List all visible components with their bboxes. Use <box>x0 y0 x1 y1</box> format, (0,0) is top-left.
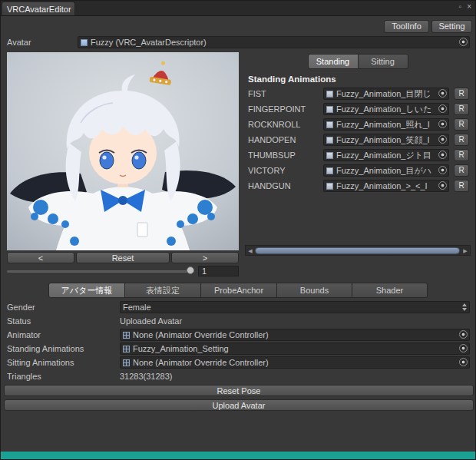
horizontal-scrollbar[interactable]: ◀ ▶ <box>245 245 471 256</box>
avatar-descriptor-icon <box>81 39 88 46</box>
dropdown-arrows-icon <box>462 303 467 311</box>
animation-slot-label: ROCKNROLL <box>248 120 300 129</box>
sitting-animations-object-field[interactable]: None (Animator Override Controller) <box>120 356 470 369</box>
animation-clip-icon <box>326 152 333 159</box>
animation-row: FIST Fuzzy_Animation_目閉じ R <box>245 87 471 102</box>
animator-object-field[interactable]: None (Animator Override Controller) <box>120 329 470 341</box>
slider-knob[interactable] <box>187 266 194 274</box>
animation-row: VICTORY Fuzzy_Animation_目がハ R <box>245 164 471 179</box>
vrc-avatar-editor-window: VRCAvatarEditor ▫ × ToolInfo Setting Ava… <box>0 0 476 460</box>
standing-animations-label: Standing Animations <box>7 344 84 353</box>
upload-avatar-button[interactable]: Upload Avatar <box>4 399 474 411</box>
scroll-left-icon[interactable]: ◀ <box>246 247 254 255</box>
tab-bounds[interactable]: Bounds <box>276 283 352 298</box>
window-tab-strip: VRCAvatarEditor ▫ × <box>1 1 475 16</box>
animation-clip-icon <box>326 106 333 113</box>
animation-clip-icon <box>326 137 333 144</box>
reset-animation-button[interactable]: R <box>454 118 469 131</box>
window-controls: ▫ × <box>459 2 471 12</box>
object-picker-icon[interactable] <box>459 358 468 366</box>
scrollbar-thumb[interactable] <box>255 247 460 254</box>
object-picker-icon[interactable] <box>438 151 447 159</box>
avatar-object-value: Fuzzy (VRC_AvatarDescriptor) <box>91 37 207 48</box>
minimize-icon[interactable]: ▫ <box>459 2 462 12</box>
animation-slot-label: THUMBSUP <box>248 151 296 160</box>
animation-slot-label: FINGERPOINT <box>248 104 306 114</box>
animation-object-field[interactable]: Fuzzy_Animation_>_<_I <box>323 180 449 192</box>
object-picker-icon[interactable] <box>438 120 447 128</box>
controller-icon <box>123 346 130 352</box>
zoom-value-field[interactable]: 1 <box>198 266 239 276</box>
object-picker-icon[interactable] <box>438 166 447 174</box>
rotate-left-button[interactable]: < <box>7 252 74 263</box>
rotate-right-button[interactable]: > <box>171 252 239 263</box>
background-strip <box>1 452 475 459</box>
controller-icon <box>123 359 130 366</box>
animation-rows: FIST Fuzzy_Animation_目閉じ R FINGERPOINT F… <box>245 87 471 194</box>
avatar-object-field[interactable]: Fuzzy (VRC_AvatarDescriptor) <box>78 36 470 48</box>
tab-standing[interactable]: Standing <box>308 54 359 69</box>
close-icon[interactable]: × <box>467 2 471 12</box>
window-tab[interactable]: VRCAvatarEditor <box>2 2 75 15</box>
avatar-preview-image <box>7 52 239 250</box>
animation-row: ROCKNROLL Fuzzy_Animation_照れ_I R <box>245 117 471 133</box>
animation-row: FINGERPOINT Fuzzy_Animation_しいた R <box>245 102 471 117</box>
setting-button[interactable]: Setting <box>431 20 472 33</box>
slider-track[interactable] <box>7 270 194 273</box>
reset-animation-button[interactable]: R <box>454 180 469 192</box>
reset-pose-button[interactable]: Reset Pose <box>4 385 474 396</box>
object-picker-icon[interactable] <box>459 38 468 46</box>
object-picker-icon[interactable] <box>438 104 447 113</box>
gender-dropdown[interactable]: Female <box>120 301 470 313</box>
animation-object-field[interactable]: Fuzzy_Animation_しいた <box>323 103 449 115</box>
triangles-value: 31283(31283) <box>120 372 173 381</box>
animation-row: HANDGUN Fuzzy_Animation_>_<_I R <box>245 179 471 194</box>
animation-clip-icon <box>326 183 333 190</box>
object-picker-icon[interactable] <box>459 330 468 339</box>
reset-animation-button[interactable]: R <box>454 134 469 146</box>
controller-icon <box>123 332 130 339</box>
window-tab-title: VRCAvatarEditor <box>7 5 71 14</box>
tab-face-settings[interactable]: 表情設定 <box>124 283 201 298</box>
tab-avatar-info[interactable]: アバター情報 <box>48 283 125 298</box>
avatar-preview[interactable] <box>7 52 239 250</box>
triangles-label: Triangles <box>7 372 41 381</box>
tab-sitting[interactable]: Sitting <box>358 54 408 69</box>
animation-slot-label: VICTORY <box>248 166 286 175</box>
toolinfo-button[interactable]: ToolInfo <box>384 20 429 33</box>
animation-slot-label: FIST <box>248 89 266 98</box>
animation-clip-icon <box>326 121 333 128</box>
reset-animation-button[interactable]: R <box>454 88 469 100</box>
status-value: Uploaded Avatar <box>120 316 182 326</box>
status-label: Status <box>7 316 31 326</box>
reset-animation-button[interactable]: R <box>454 149 469 161</box>
reset-animation-button[interactable]: R <box>454 103 469 115</box>
reset-animation-button[interactable]: R <box>454 164 469 177</box>
object-picker-icon[interactable] <box>438 89 447 98</box>
animation-object-field[interactable]: Fuzzy_Animation_ジト目 <box>323 149 449 161</box>
animation-slot-label: HANDGUN <box>248 181 291 190</box>
animator-label: Animator <box>7 330 41 339</box>
sitting-animations-label: Sitting Animations <box>7 358 74 367</box>
object-picker-icon[interactable] <box>438 135 447 144</box>
animation-mode-tabs: Standing Sitting <box>245 54 471 69</box>
animation-object-field[interactable]: Fuzzy_Animation_笑顔_I <box>323 134 449 146</box>
animation-row: HANDOPEN Fuzzy_Animation_笑顔_I R <box>245 133 471 148</box>
zoom-slider[interactable] <box>7 266 194 276</box>
scroll-right-icon[interactable]: ▶ <box>461 247 469 255</box>
reset-view-button[interactable]: Reset <box>76 252 170 263</box>
standing-animations-object-field[interactable]: Fuzzy_Animation_Setting <box>120 343 470 355</box>
animation-object-field[interactable]: Fuzzy_Animation_目閉じ <box>323 88 449 100</box>
tab-probeanchor[interactable]: ProbeAnchor <box>200 283 277 298</box>
animation-clip-icon <box>326 91 333 98</box>
animations-header: Standing Animations <box>248 74 336 84</box>
tab-shader[interactable]: Shader <box>352 283 428 298</box>
animation-object-field[interactable]: Fuzzy_Animation_照れ_I <box>323 118 449 131</box>
animation-row: THUMBSUP Fuzzy_Animation_ジト目 R <box>245 148 471 164</box>
animation-slot-label: HANDOPEN <box>248 135 296 144</box>
object-picker-icon[interactable] <box>459 344 468 352</box>
info-tabs: アバター情報 表情設定 ProbeAnchor Bounds Shader <box>1 283 475 298</box>
animation-clip-icon <box>326 167 333 174</box>
object-picker-icon[interactable] <box>438 181 447 190</box>
animation-object-field[interactable]: Fuzzy_Animation_目がハ <box>323 164 449 177</box>
